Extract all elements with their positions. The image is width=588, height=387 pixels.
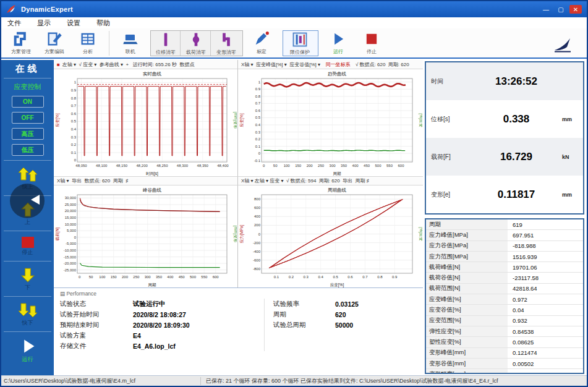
online-status: 在线 — [1, 60, 54, 75]
table-row-label: 应力峰值[MPa] — [426, 230, 508, 240]
svg-text:应力[MPa]: 应力[MPa] — [239, 224, 244, 243]
svg-text:时间[s]: 时间[s] — [146, 171, 158, 176]
svg-text:0.3: 0.3 — [255, 130, 261, 134]
on-button[interactable]: ON — [12, 96, 44, 108]
limit-protection-button[interactable]: 限位保护 — [284, 31, 316, 56]
high-pressure-button[interactable]: 高压 — [12, 128, 44, 140]
zero-displacement-button[interactable]: 位移清零 — [151, 31, 181, 56]
svg-text:48,400: 48,400 — [217, 164, 229, 168]
svg-text:峰谷曲线: 峰谷曲线 — [143, 187, 162, 193]
table-row-value: 619 — [508, 221, 522, 228]
run-button[interactable]: 运行 — [322, 30, 354, 55]
svg-text:0.2: 0.2 — [289, 275, 294, 279]
menu-file[interactable]: 文件 — [7, 19, 21, 28]
table-row-value: 0.00502 — [508, 360, 534, 367]
table-row-label: 变形峰值[mm] — [426, 348, 508, 358]
readouts-card: 时间 13:26:52 位移[s] 0.338 mm 载荷[F] 16.729 … — [425, 61, 584, 215]
table-row-label: 塑性应变[%] — [426, 337, 508, 347]
svg-text:[%]应变: [%]应变 — [419, 227, 422, 241]
svg-text:20,000: 20,000 — [65, 209, 77, 213]
fast-up-button[interactable]: 快上 — [1, 164, 54, 192]
svg-text:550: 550 — [386, 164, 393, 168]
table-row-value: 0.972 — [508, 296, 527, 303]
chart-header-peakvalley[interactable]: X轴 ▾ 导出 数据点: 620 周期 ♯ — [54, 176, 237, 185]
svg-text:0.4: 0.4 — [255, 123, 261, 127]
svg-text:0.1: 0.1 — [274, 275, 279, 279]
table-row-label: 载荷谷值[N] — [426, 273, 508, 283]
performance-value: 2020/8/2 18:08:27 — [133, 311, 186, 318]
chart-header-realtime[interactable]: ■ 左轴 ▾ √ 应变 ▾ 参考曲线 ▾ + 运行时间: 655.26 秒 数据… — [54, 60, 237, 69]
performance-label: 周期 — [273, 310, 335, 319]
svg-text:250: 250 — [318, 164, 325, 168]
chart-header-trend[interactable]: X轴 ▾ 应变峰值[%] ▾ 应变谷值[%] ▾ 同一坐标系 √ 数据点: 62… — [237, 60, 423, 69]
svg-text:48,200: 48,200 — [136, 164, 148, 168]
title-bar: DynamicExpert — ▢ ✕ — [1, 1, 587, 17]
up-button[interactable]: 上 — [1, 199, 54, 228]
zero-load-button[interactable]: 载荷清零 — [182, 31, 211, 56]
table-row-value: 0.04 — [508, 307, 524, 313]
svg-text:250: 250 — [133, 275, 140, 279]
connect-button[interactable]: 联机 — [114, 30, 147, 55]
play-icon — [19, 338, 37, 355]
zero-deformation-button[interactable]: 变形清零 — [212, 31, 241, 56]
svg-text:48,250: 48,250 — [156, 164, 168, 168]
series-swatch: ■ — [57, 62, 60, 67]
up-arrow-icon — [20, 202, 36, 218]
minimize-button[interactable]: — — [540, 5, 552, 14]
maximize-button[interactable]: ▢ — [555, 5, 567, 14]
table-row-label: 应变范围[%] — [426, 316, 508, 326]
svg-text:0: 0 — [263, 164, 265, 168]
fast-down-button[interactable]: 快下 — [1, 300, 54, 328]
run-icon — [330, 30, 347, 48]
table-row: 弹性应变[%] 0.84538 — [426, 326, 583, 337]
calibrate-button[interactable]: 标定 — [245, 30, 278, 55]
menu-display[interactable]: 显示 — [37, 19, 51, 28]
table-row-label: 周期 — [426, 219, 508, 229]
sidebar-stop-button[interactable]: 停止 — [1, 234, 54, 258]
chart-header-hysteresis[interactable]: X轴 ▾ 左轴 ▾ 应变 ▾ √ 数据点: 594 周期: 620 导出 周期 … — [237, 176, 423, 185]
performance-row: 试验状态 试验运行中 — [60, 299, 264, 309]
analysis-button[interactable]: 分析 — [72, 30, 104, 55]
svg-text:0.9: 0.9 — [71, 88, 77, 92]
scheme-edit-button[interactable]: 方案编辑 — [38, 30, 70, 55]
off-button[interactable]: OFF — [12, 112, 44, 124]
readout-unit: kN — [562, 154, 583, 160]
svg-text:-800: -800 — [253, 267, 261, 271]
svg-text:应变[%]: 应变[%] — [55, 113, 60, 127]
table-row: 应力峰值[MPa] 697.951 — [426, 230, 583, 240]
menu-help[interactable]: 帮助 — [96, 19, 110, 28]
performance-row: 周期 620 — [273, 309, 422, 320]
menu-bar: 文件 显示 设置 帮助 — [1, 17, 587, 29]
readout-unit: mm — [562, 192, 583, 198]
performance-row: 预期结束时间 2020/8/20 18:09:30 — [60, 320, 264, 330]
svg-text:300: 300 — [330, 164, 336, 168]
table-row: 变形谷值[mm] 0.00502 — [426, 359, 583, 369]
menu-settings[interactable]: 设置 — [67, 19, 80, 28]
performance-label: 试验总周期 — [273, 321, 335, 330]
limit-protection-frame: 限位保护 — [283, 30, 318, 56]
analysis-icon — [79, 30, 96, 48]
svg-text:载荷[N]: 载荷[N] — [55, 228, 60, 242]
down-button[interactable]: 下 — [1, 265, 54, 293]
stop-button[interactable]: 停止 — [356, 30, 388, 55]
svg-text:600: 600 — [254, 206, 261, 210]
chart-trend: -0.100.10.20.30.40.50.60.70.80.910501001… — [238, 69, 422, 176]
performance-label: 试验频率 — [273, 300, 335, 308]
window-title: DynamicExpert — [21, 6, 73, 13]
svg-text:0.7: 0.7 — [362, 275, 368, 279]
performance-label: 试验开始时间 — [60, 310, 133, 319]
svg-text:600: 600 — [398, 164, 405, 168]
table-row-label: 载荷范围[N] — [426, 284, 508, 294]
low-pressure-button[interactable]: 低压 — [12, 144, 44, 156]
table-row-label: 弹性应变[%] — [426, 326, 508, 336]
svg-text:48,350: 48,350 — [197, 164, 209, 168]
table-row-value: 1516.939 — [508, 253, 537, 260]
readout-value: 16.729 — [471, 151, 562, 163]
svg-text:0.8: 0.8 — [255, 95, 261, 98]
scheme-manage-button[interactable]: 方案管理 — [5, 30, 37, 55]
sidebar-run-button[interactable]: 运行 — [1, 335, 54, 365]
close-button[interactable]: ✕ — [569, 5, 582, 14]
svg-text:-400: -400 — [253, 250, 261, 253]
svg-text:300: 300 — [145, 275, 151, 279]
scheme-edit-icon — [46, 30, 63, 48]
